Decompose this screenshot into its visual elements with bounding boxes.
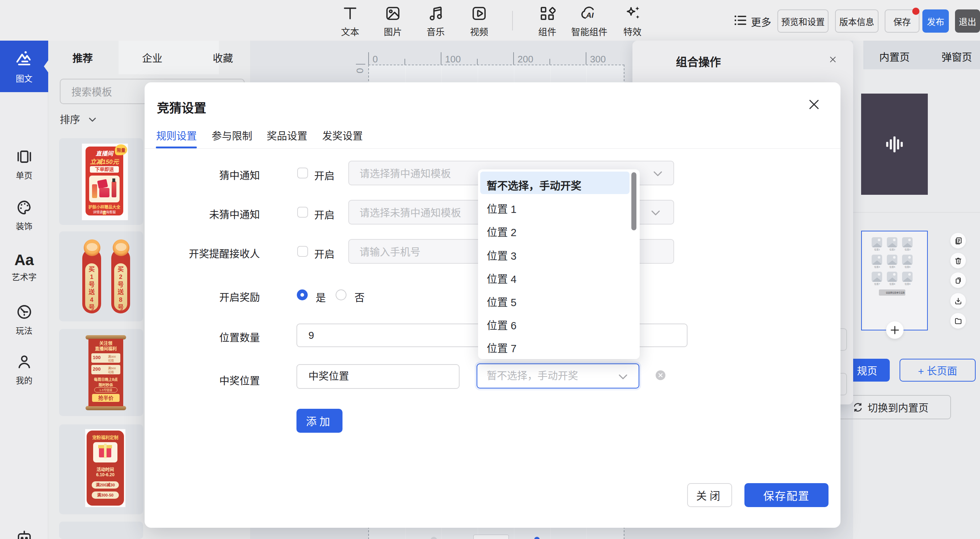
svg-text:AI: AI	[586, 11, 594, 19]
